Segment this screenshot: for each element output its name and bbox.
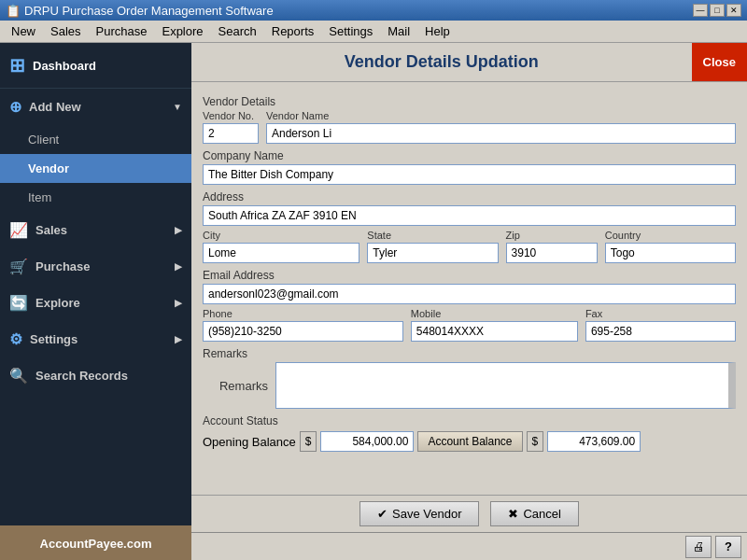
sidebar-dashboard[interactable]: ⊞ Dashboard [0,43,191,89]
form-header: Vendor Details Updation Close [191,43,747,82]
mobile-label: Mobile [411,308,578,319]
sales-arrow: ▶ [175,225,182,235]
cancel-button[interactable]: ✖ Cancel [490,501,578,526]
phone-label: Phone [203,308,403,319]
company-name-input[interactable] [203,164,736,185]
vendor-name-label: Vendor Name [266,110,736,121]
print-icon: 🖨 [693,539,705,553]
menubar: NewSalesPurchaseExploreSearchReportsSett… [0,21,747,43]
email-input[interactable] [203,284,736,304]
city-input[interactable] [203,243,359,263]
form-footer: ✔ Save Vendor ✖ Cancel [191,495,747,532]
country-label: Country [605,230,736,241]
sidebar-dashboard-label: Dashboard [33,59,96,73]
sidebar-item-search-records[interactable]: 🔍 Search Records [0,357,191,394]
country-input[interactable] [605,243,736,263]
phone-input[interactable] [203,321,403,342]
sidebar-item-add-new[interactable]: ⊕ Add New ▼ [0,89,191,125]
titlebar-left: 📋 DRPU Purchase Order Management Softwar… [6,4,274,18]
mobile-col: Mobile [411,308,578,342]
main-layout: ⊞ Dashboard ⊕ Add New ▼ Client Vendor It… [0,43,747,560]
save-vendor-button[interactable]: ✔ Save Vendor [359,501,479,526]
zip-input[interactable] [506,243,598,263]
menu-item-reports[interactable]: Reports [264,22,322,40]
opening-balance-input[interactable] [320,431,414,452]
sidebar-item-settings[interactable]: ⚙ Settings ▶ [0,321,191,357]
menu-item-sales[interactable]: Sales [43,22,89,40]
remarks-section-label: Remarks [203,347,736,360]
account-balance-button[interactable]: Account Balance [417,431,522,452]
fax-input[interactable] [585,321,736,342]
settings-arrow: ▶ [175,334,182,344]
vendor-name-input[interactable] [266,123,736,144]
menu-item-purchase[interactable]: Purchase [89,22,155,40]
sidebar: ⊞ Dashboard ⊕ Add New ▼ Client Vendor It… [0,43,191,560]
settings-icon: ⚙ [9,330,22,348]
sidebar-purchase-label: Purchase [35,259,91,273]
state-input[interactable] [367,243,498,263]
vendor-name-col: Vendor Name [266,110,736,144]
vendor-no-name-row: Vendor No. Vendor Name [203,110,736,144]
menu-item-search[interactable]: Search [211,22,264,40]
menu-item-settings[interactable]: Settings [321,22,380,40]
sidebar-item-item[interactable]: Item [0,183,191,212]
explore-icon: 🔄 [9,294,28,312]
phone-row: Phone Mobile Fax [203,308,736,342]
add-new-arrow: ▼ [173,102,182,112]
fax-col: Fax [585,308,736,342]
sidebar-explore-label: Explore [35,296,80,310]
vendor-no-input[interactable] [203,123,259,144]
sidebar-item-sales[interactable]: 📈 Sales ▶ [0,212,191,248]
search-records-icon: 🔍 [9,367,28,385]
email-label: Email Address [203,269,736,282]
fax-label: Fax [585,308,736,319]
state-label: State [367,230,498,241]
phone-col: Phone [203,308,403,342]
maximize-button[interactable]: □ [710,4,725,17]
menu-item-new[interactable]: New [4,22,43,40]
menu-item-explore[interactable]: Explore [154,22,210,40]
app-icon: 📋 [6,4,21,18]
save-icon: ✔ [377,507,388,521]
account-balance-dollar: $ [527,431,544,452]
sidebar-sales-label: Sales [35,223,67,237]
mobile-input[interactable] [411,321,578,342]
sidebar-add-new-label: Add New [29,100,81,114]
company-name-label: Company Name [203,149,736,162]
cancel-label: Cancel [523,507,560,521]
sidebar-item-client[interactable]: Client [0,125,191,154]
help-button[interactable]: ? [715,536,741,558]
close-button[interactable]: Close [692,43,747,81]
menu-item-help[interactable]: Help [417,22,458,40]
sidebar-search-records-label: Search Records [35,369,128,383]
titlebar: 📋 DRPU Purchase Order Management Softwar… [0,0,747,21]
help-icon: ? [725,539,732,553]
country-col: Country [605,230,736,263]
address-input[interactable] [203,205,736,226]
opening-balance-dollar: $ [300,431,317,452]
zip-label: Zip [506,230,598,241]
remarks-input[interactable] [275,362,736,409]
remarks-row: Remarks [203,362,736,409]
purchase-arrow: ▶ [175,261,182,272]
vendor-details-section-label: Vendor Details [203,95,736,108]
account-status-row: Opening Balance $ Account Balance $ [203,431,736,452]
vendor-no-col: Vendor No. [203,110,259,144]
sidebar-item-explore[interactable]: 🔄 Explore ▶ [0,285,191,321]
sidebar-item-purchase[interactable]: 🛒 Purchase ▶ [0,248,191,285]
footer-bar: 🖨 ? [191,532,747,560]
cancel-icon: ✖ [508,507,518,521]
menu-item-mail[interactable]: Mail [380,22,417,40]
add-new-icon: ⊕ [9,98,21,116]
form-title: Vendor Details Updation [191,43,692,81]
sales-icon: 📈 [9,221,28,239]
account-balance-input[interactable] [547,431,641,452]
print-button[interactable]: 🖨 [685,536,712,558]
sidebar-item-vendor[interactable]: Vendor [0,154,191,183]
sidebar-footer-brand: AccountPayee.com [0,525,191,560]
zip-col: Zip [506,230,598,263]
minimize-button[interactable]: — [693,4,708,17]
close-window-button[interactable]: ✕ [726,4,741,17]
remarks-field-label: Remarks [203,362,268,409]
titlebar-controls[interactable]: — □ ✕ [693,4,741,17]
